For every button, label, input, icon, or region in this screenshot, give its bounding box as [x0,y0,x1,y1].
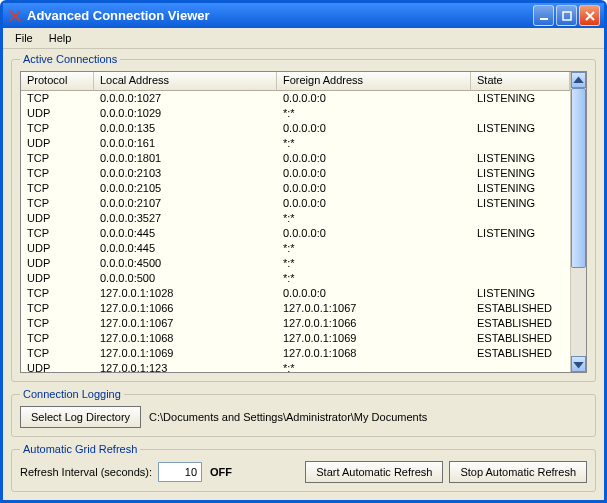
col-foreign-address[interactable]: Foreign Address [277,72,471,90]
cell-local: 0.0.0.0:2103 [94,166,277,181]
cell-state [471,361,570,372]
cell-local: 127.0.0.1:1028 [94,286,277,301]
refresh-interval-input[interactable] [158,462,202,482]
cell-protocol: TCP [21,331,94,346]
menu-bar: File Help [3,28,604,49]
start-refresh-button[interactable]: Start Automatic Refresh [305,461,443,483]
table-row[interactable]: TCP127.0.0.1:10280.0.0.0:0LISTENING [21,286,570,301]
table-row[interactable]: TCP0.0.0.0:10270.0.0.0:0LISTENING [21,91,570,106]
cell-state [471,271,570,286]
vertical-scrollbar[interactable] [570,72,586,372]
cell-protocol: UDP [21,211,94,226]
cell-state: LISTENING [471,196,570,211]
cell-foreign: 0.0.0.0:0 [277,151,471,166]
scroll-track[interactable] [571,88,586,356]
cell-local: 0.0.0.0:4500 [94,256,277,271]
cell-protocol: TCP [21,346,94,361]
cell-local: 127.0.0.1:1069 [94,346,277,361]
cell-local: 127.0.0.1:1067 [94,316,277,331]
cell-local: 0.0.0.0:1029 [94,106,277,121]
cell-state: ESTABLISHED [471,301,570,316]
cell-local: 0.0.0.0:1801 [94,151,277,166]
menu-file[interactable]: File [7,30,41,46]
cell-state: ESTABLISHED [471,346,570,361]
grid-header: Protocol Local Address Foreign Address S… [21,72,570,91]
cell-state: LISTENING [471,151,570,166]
close-button[interactable] [579,5,600,26]
table-row[interactable]: TCP0.0.0.0:21030.0.0.0:0LISTENING [21,166,570,181]
col-protocol[interactable]: Protocol [21,72,94,90]
select-log-directory-button[interactable]: Select Log Directory [20,406,141,428]
table-row[interactable]: TCP0.0.0.0:21070.0.0.0:0LISTENING [21,196,570,211]
svg-rect-0 [540,18,548,20]
cell-local: 127.0.0.1:1066 [94,301,277,316]
cell-protocol: TCP [21,151,94,166]
window-title: Advanced Connection Viewer [27,8,531,23]
connections-grid: Protocol Local Address Foreign Address S… [20,71,587,373]
cell-protocol: TCP [21,181,94,196]
cell-foreign: 0.0.0.0:0 [277,286,471,301]
scroll-up-button[interactable] [571,72,586,88]
cell-protocol: TCP [21,166,94,181]
table-row[interactable]: TCP0.0.0.0:21050.0.0.0:0LISTENING [21,181,570,196]
table-row[interactable]: UDP127.0.0.1:123*:* [21,361,570,372]
cell-protocol: TCP [21,286,94,301]
table-row[interactable]: TCP0.0.0.0:1350.0.0.0:0LISTENING [21,121,570,136]
cell-foreign: 127.0.0.1:1069 [277,331,471,346]
col-state[interactable]: State [471,72,570,90]
cell-foreign: *:* [277,271,471,286]
table-row[interactable]: TCP127.0.0.1:1068127.0.0.1:1069ESTABLISH… [21,331,570,346]
table-row[interactable]: UDP0.0.0.0:4500*:* [21,256,570,271]
cell-state: LISTENING [471,226,570,241]
table-row[interactable]: UDP0.0.0.0:500*:* [21,271,570,286]
cell-state: LISTENING [471,91,570,106]
table-row[interactable]: UDP0.0.0.0:445*:* [21,241,570,256]
cell-foreign: *:* [277,241,471,256]
cell-state [471,211,570,226]
cell-state: LISTENING [471,181,570,196]
cell-local: 0.0.0.0:161 [94,136,277,151]
table-row[interactable]: TCP0.0.0.0:18010.0.0.0:0LISTENING [21,151,570,166]
table-row[interactable]: UDP0.0.0.0:3527*:* [21,211,570,226]
maximize-button[interactable] [556,5,577,26]
table-row[interactable]: UDP0.0.0.0:161*:* [21,136,570,151]
cell-foreign: 0.0.0.0:0 [277,91,471,106]
minimize-button[interactable] [533,5,554,26]
cell-local: 127.0.0.1:1068 [94,331,277,346]
cell-protocol: UDP [21,241,94,256]
app-icon [7,8,23,24]
cell-foreign: *:* [277,136,471,151]
table-row[interactable]: TCP127.0.0.1:1067127.0.0.1:1066ESTABLISH… [21,316,570,331]
log-directory-path: C:\Documents and Settings\Administrator\… [149,411,427,423]
cell-local: 0.0.0.0:1027 [94,91,277,106]
scroll-down-button[interactable] [571,356,586,372]
automatic-refresh-group: Automatic Grid Refresh Refresh Interval … [11,443,596,492]
col-local-address[interactable]: Local Address [94,72,277,90]
cell-protocol: TCP [21,301,94,316]
table-row[interactable]: UDP0.0.0.0:1029*:* [21,106,570,121]
cell-protocol: UDP [21,256,94,271]
table-row[interactable]: TCP127.0.0.1:1069127.0.0.1:1068ESTABLISH… [21,346,570,361]
active-connections-legend: Active Connections [20,53,120,65]
active-connections-group: Active Connections Protocol Local Addres… [11,53,596,382]
scroll-thumb[interactable] [571,88,586,268]
cell-protocol: TCP [21,91,94,106]
table-row[interactable]: TCP127.0.0.1:1066127.0.0.1:1067ESTABLISH… [21,301,570,316]
cell-foreign: *:* [277,106,471,121]
stop-refresh-button[interactable]: Stop Automatic Refresh [449,461,587,483]
automatic-refresh-legend: Automatic Grid Refresh [20,443,140,455]
cell-foreign: *:* [277,256,471,271]
cell-protocol: TCP [21,316,94,331]
cell-state: LISTENING [471,166,570,181]
menu-help[interactable]: Help [41,30,80,46]
table-row[interactable]: TCP0.0.0.0:4450.0.0.0:0LISTENING [21,226,570,241]
cell-local: 0.0.0.0:2105 [94,181,277,196]
cell-protocol: UDP [21,136,94,151]
title-bar[interactable]: Advanced Connection Viewer [3,3,604,28]
grid-body[interactable]: TCP0.0.0.0:10270.0.0.0:0LISTENINGUDP0.0.… [21,91,570,372]
cell-foreign: *:* [277,211,471,226]
cell-protocol: TCP [21,226,94,241]
app-window: Advanced Connection Viewer File Help Act… [0,0,607,503]
cell-foreign: *:* [277,361,471,372]
cell-foreign: 0.0.0.0:0 [277,226,471,241]
